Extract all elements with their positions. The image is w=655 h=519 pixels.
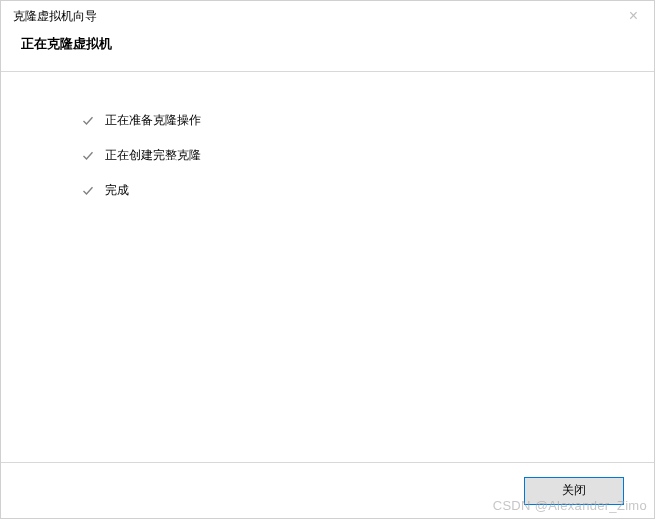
checkmark-icon [81, 184, 95, 198]
content-area: 正在准备克隆操作 正在创建完整克隆 完成 [1, 71, 654, 463]
step-label: 正在创建完整克隆 [105, 147, 201, 164]
title-bar: 克隆虚拟机向导 × [1, 1, 654, 31]
close-icon[interactable]: × [625, 7, 642, 25]
page-title: 正在克隆虚拟机 [21, 35, 634, 53]
step-label: 正在准备克隆操作 [105, 112, 201, 129]
step-row: 正在准备克隆操作 [81, 112, 654, 129]
dialog-window: 克隆虚拟机向导 × 正在克隆虚拟机 正在准备克隆操作 正在创建完整克隆 完成 关… [0, 0, 655, 519]
step-row: 正在创建完整克隆 [81, 147, 654, 164]
footer: 关闭 [1, 463, 654, 518]
checkmark-icon [81, 114, 95, 128]
header-section: 正在克隆虚拟机 [1, 31, 654, 71]
window-title: 克隆虚拟机向导 [13, 8, 97, 25]
step-label: 完成 [105, 182, 129, 199]
step-row: 完成 [81, 182, 654, 199]
close-button[interactable]: 关闭 [524, 477, 624, 505]
checkmark-icon [81, 149, 95, 163]
